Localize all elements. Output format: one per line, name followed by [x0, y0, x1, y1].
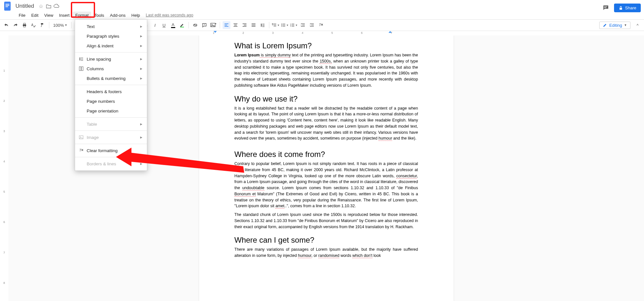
insert-link-button[interactable] — [191, 21, 199, 29]
italic-button[interactable]: I — [151, 21, 159, 29]
numbered-list-button[interactable]: 123▼ — [290, 21, 298, 29]
submenu-arrow-icon: ► — [139, 34, 143, 38]
redo-button[interactable] — [12, 21, 19, 29]
menu-insert[interactable]: Insert — [56, 12, 72, 19]
format-item-page-orientation[interactable]: Page orientation — [75, 106, 147, 116]
format-item-bullets-numbering[interactable]: Bullets & numbering► — [75, 73, 147, 83]
align-justify-button[interactable] — [250, 21, 257, 29]
menu-addons[interactable]: Add-ons — [107, 12, 128, 19]
last-edit-link[interactable]: Last edit was seconds ago — [146, 13, 193, 17]
vruler-number: 6 — [3, 220, 5, 224]
svg-rect-29 — [262, 25, 264, 25]
paragraph-4: The standard chunk of Lorem Ipsum used s… — [235, 212, 418, 230]
svg-rect-27 — [252, 26, 255, 27]
svg-rect-38 — [283, 24, 285, 24]
svg-rect-18 — [225, 26, 228, 27]
insert-image-button[interactable]: ▼ — [209, 21, 217, 29]
svg-rect-26 — [252, 25, 255, 25]
format-item-page-numbers[interactable]: Page numbers — [75, 96, 147, 106]
svg-rect-22 — [243, 24, 246, 24]
menu-edit[interactable]: Edit — [29, 12, 41, 19]
editing-mode-button[interactable]: Editing ▼ — [599, 22, 630, 29]
vertical-ruler[interactable]: 12345678 — [0, 35, 8, 301]
svg-rect-49 — [301, 26, 305, 26]
menu-bar: File Edit View Insert Format Tools Add-o… — [0, 11, 644, 19]
svg-rect-48 — [302, 25, 305, 25]
heading-where-get: Where can I get some? — [235, 236, 418, 245]
spellcheck-button[interactable]: A — [30, 21, 37, 29]
add-comment-button[interactable]: + — [200, 21, 208, 29]
ruler-number: 4 — [302, 31, 303, 34]
zoom-value: 100% — [53, 23, 64, 28]
format-item-label: Page orientation — [87, 109, 118, 113]
submenu-arrow-icon: ► — [139, 24, 143, 28]
vruler-number: 4 — [3, 160, 5, 163]
star-icon[interactable]: ☆ — [38, 3, 44, 9]
undo-button[interactable] — [3, 21, 10, 29]
hide-menus-button[interactable]: ^ — [634, 21, 641, 29]
checklist-button[interactable]: ▼ — [272, 21, 280, 29]
svg-rect-16 — [225, 24, 228, 24]
format-item-image: Image► — [75, 132, 147, 142]
editing-mode-label: Editing — [609, 23, 622, 28]
format-menu-dropdown: Text►Paragraph styles►Align & indent►Lin… — [75, 19, 147, 171]
decrease-indent-button[interactable] — [299, 21, 307, 29]
svg-rect-60 — [81, 59, 83, 59]
svg-text:3: 3 — [290, 25, 291, 27]
svg-rect-47 — [301, 24, 305, 24]
menu-view[interactable]: View — [42, 12, 56, 19]
svg-rect-3 — [5, 6, 8, 7]
clear-formatting-button[interactable]: T — [317, 21, 325, 29]
menu-format[interactable]: Format — [73, 12, 91, 19]
align-right-button[interactable] — [241, 21, 248, 29]
format-item-paragraph-styles[interactable]: Paragraph styles► — [75, 31, 147, 41]
move-icon[interactable] — [46, 3, 52, 9]
highlight-color-button[interactable] — [178, 21, 186, 29]
svg-rect-51 — [311, 25, 314, 25]
increase-indent-button[interactable] — [308, 21, 316, 29]
menu-file[interactable]: File — [16, 12, 28, 19]
align-center-button[interactable] — [232, 21, 239, 29]
format-item-text[interactable]: Text► — [75, 22, 147, 31]
format-item-headers-footers[interactable]: Headers & footers — [75, 87, 147, 96]
menu-tools[interactable]: Tools — [92, 12, 107, 19]
right-indent-marker[interactable] — [389, 31, 392, 35]
paragraph-5: There are many variations of passages of… — [235, 247, 418, 259]
ruler-number: 2 — [242, 31, 244, 34]
svg-rect-4 — [604, 6, 607, 7]
title-mini-icons: ☆ — [38, 3, 59, 9]
svg-rect-32 — [274, 25, 276, 25]
svg-text:+: + — [204, 23, 205, 26]
document-page[interactable]: What is Lorem Ipsum? Lorem Ipsum is simp… — [199, 35, 454, 301]
align-left-button[interactable] — [223, 21, 230, 29]
format-item-label: Columns — [87, 66, 104, 71]
format-item-clear-formatting[interactable]: TClear formatting — [75, 146, 147, 155]
paragraph-1: Lorem Ipsum is simply dummy text of the … — [235, 52, 418, 89]
format-item-columns[interactable]: Columns► — [75, 64, 147, 73]
svg-rect-17 — [225, 25, 227, 25]
text-color-button[interactable]: A — [169, 21, 177, 29]
svg-rect-31 — [274, 24, 276, 24]
image-icon — [78, 134, 84, 140]
doc-name[interactable]: Untitled — [14, 2, 35, 10]
svg-point-35 — [282, 24, 282, 24]
line-spacing-button[interactable] — [259, 21, 266, 29]
menu-help[interactable]: Help — [129, 12, 143, 19]
format-item-align-indent[interactable]: Align & indent► — [75, 41, 147, 51]
zoom-dropdown[interactable]: 100%▼ — [52, 23, 69, 28]
svg-rect-59 — [81, 58, 83, 58]
submenu-arrow-icon: ► — [139, 135, 143, 139]
format-item-line-spacing[interactable]: Line spacing► — [75, 54, 147, 64]
svg-rect-5 — [604, 7, 606, 8]
print-button[interactable] — [21, 21, 28, 29]
docs-logo[interactable] — [3, 1, 12, 12]
bulleted-list-button[interactable]: ▼ — [281, 21, 289, 29]
vruler-number: 7 — [3, 251, 5, 254]
cloud-status-icon[interactable] — [53, 3, 59, 9]
underline-button[interactable]: U — [160, 21, 168, 29]
svg-rect-24 — [243, 26, 246, 27]
first-line-indent-marker[interactable] — [214, 31, 217, 35]
format-item-table: Table► — [75, 119, 147, 129]
paint-format-button[interactable] — [39, 21, 46, 29]
submenu-arrow-icon: ► — [139, 122, 143, 126]
